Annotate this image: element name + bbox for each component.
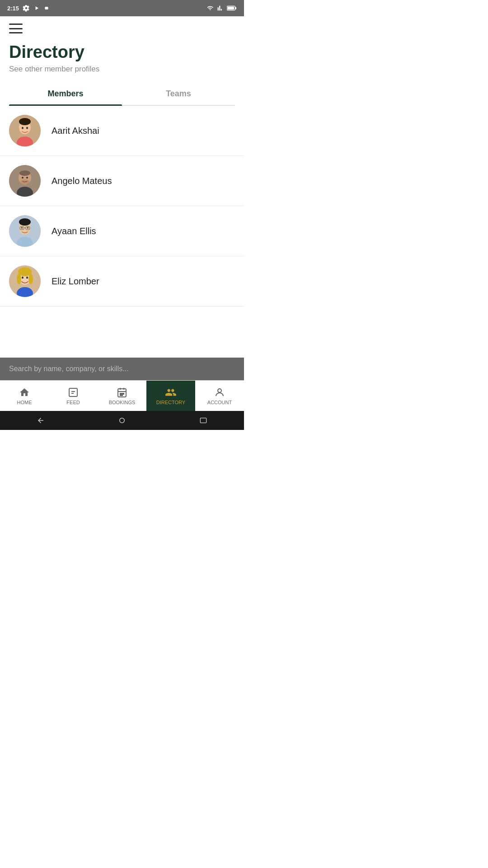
svg-point-18 [19, 218, 31, 226]
member-name: Angelo Mateus [52, 176, 112, 186]
page-subtitle: See other member profiles [9, 65, 235, 74]
svg-rect-40 [200, 418, 206, 423]
svg-point-31 [22, 277, 23, 279]
nav-feed-label: FEED [66, 400, 80, 405]
tab-teams[interactable]: Teams [122, 83, 235, 105]
svg-point-29 [28, 274, 33, 284]
settings-icon [23, 5, 30, 12]
nav-directory[interactable]: DIRECTORY [146, 381, 195, 411]
nav-bookings-label: BOOKINGS [109, 400, 136, 405]
nav-directory-label: DIRECTORY [156, 400, 185, 405]
bookings-icon [116, 387, 128, 398]
svg-point-11 [19, 170, 30, 176]
member-list: Aarit Akshai Angelo Mateus [0, 106, 244, 358]
nav-feed[interactable]: FEED [49, 381, 98, 411]
status-indicators [206, 5, 237, 11]
member-name: Aarit Akshai [52, 126, 99, 136]
list-item[interactable]: Angelo Mateus [0, 156, 244, 206]
avatar [9, 165, 41, 197]
account-icon [214, 387, 225, 398]
nav-home-label: HOME [17, 400, 32, 405]
svg-rect-2 [235, 7, 236, 9]
avatar [9, 115, 41, 146]
page-title: Directory [9, 42, 235, 62]
svg-point-15 [26, 177, 28, 179]
nav-bookings[interactable]: BOOKINGS [98, 381, 146, 411]
play-icon [33, 5, 40, 11]
battery-icon [227, 5, 237, 11]
search-bar[interactable] [0, 358, 244, 380]
status-bar: 2:15 [0, 0, 244, 16]
list-item[interactable]: Ayaan Ellis [0, 206, 244, 256]
home-icon [19, 387, 30, 398]
svg-point-24 [27, 227, 28, 229]
hamburger-menu[interactable] [9, 24, 23, 33]
svg-point-28 [17, 274, 21, 284]
wifi-icon [206, 5, 214, 11]
back-button[interactable] [36, 416, 45, 425]
feed-icon [67, 387, 79, 398]
home-button[interactable] [117, 416, 127, 425]
tab-members[interactable]: Members [9, 83, 122, 105]
svg-point-39 [120, 418, 125, 423]
svg-point-14 [22, 177, 23, 179]
search-input[interactable] [9, 365, 235, 373]
svg-point-7 [22, 127, 23, 129]
system-nav [0, 411, 244, 430]
list-item[interactable]: Aarit Akshai [0, 106, 244, 156]
recents-button[interactable] [199, 416, 208, 425]
directory-icon [165, 387, 177, 398]
status-time: 2:15 [7, 5, 19, 12]
svg-point-8 [26, 127, 28, 129]
svg-rect-33 [69, 388, 77, 396]
member-name: Eliz Lomber [52, 276, 99, 287]
member-name: Ayaan Ellis [52, 226, 96, 236]
nav-account[interactable]: ACCOUNT [195, 381, 244, 411]
nav-home[interactable]: HOME [0, 381, 49, 411]
bottom-nav: HOME FEED BOOKINGS DIRE [0, 380, 244, 411]
svg-point-38 [218, 389, 221, 392]
svg-point-32 [26, 277, 28, 279]
svg-point-5 [19, 118, 31, 125]
memory-icon [43, 5, 50, 11]
svg-rect-1 [227, 7, 234, 9]
page-header: Directory See other member profiles Memb… [0, 16, 244, 106]
list-item[interactable]: Eliz Lomber [0, 256, 244, 307]
nav-account-label: ACCOUNT [207, 400, 232, 405]
directory-tabs: Members Teams [9, 83, 235, 106]
signal-icon [217, 5, 224, 11]
svg-point-23 [21, 227, 23, 229]
avatar [9, 215, 41, 247]
avatar [9, 265, 41, 297]
